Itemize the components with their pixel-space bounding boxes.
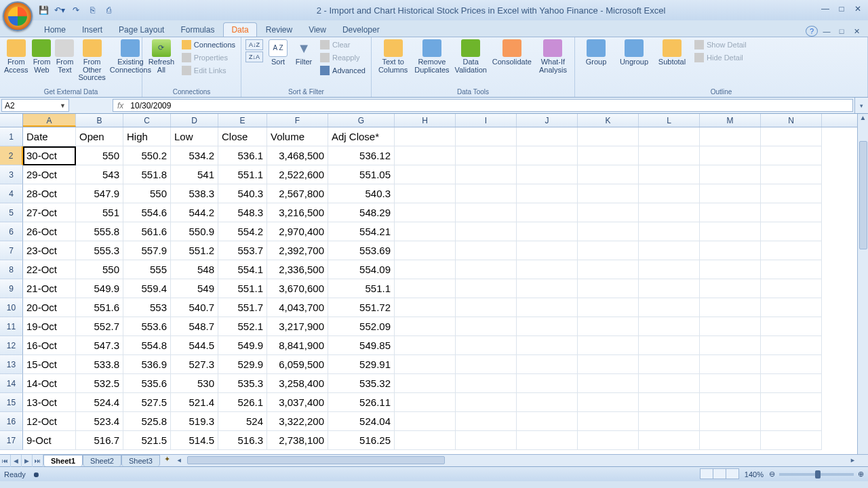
cell-J10[interactable] — [517, 298, 578, 317]
cell-K11[interactable] — [578, 317, 639, 336]
sheet-nav-first[interactable]: ⏮ — [0, 455, 11, 467]
cell-F9[interactable]: 3,670,600 — [267, 279, 328, 298]
vertical-scrollbar[interactable]: ▲ — [857, 114, 868, 454]
cell-K1[interactable] — [578, 127, 639, 146]
cell-K7[interactable] — [578, 241, 639, 260]
dt-data-validation-button[interactable]: Data Validation — [454, 39, 488, 74]
row-header-16[interactable]: 16 — [0, 412, 23, 431]
row-header-11[interactable]: 11 — [0, 317, 23, 336]
fx-icon[interactable]: fx — [113, 101, 127, 110]
cell-M12[interactable] — [700, 336, 761, 355]
row-header-2[interactable]: 2 — [0, 146, 23, 165]
cell-C11[interactable]: 553.6 — [123, 317, 171, 336]
cell-A15[interactable]: 13-Oct — [23, 393, 76, 412]
cell-E2[interactable]: 536.1 — [218, 146, 267, 165]
cell-M14[interactable] — [700, 374, 761, 393]
cell-G3[interactable]: 551.05 — [328, 165, 395, 184]
cell-I3[interactable] — [456, 165, 517, 184]
advanced-button[interactable]: Advanced — [319, 65, 367, 76]
cell-J16[interactable] — [517, 412, 578, 431]
cell-B9[interactable]: 549.9 — [76, 279, 123, 298]
column-header-F[interactable]: F — [267, 114, 328, 127]
cell-F3[interactable]: 2,522,600 — [267, 165, 328, 184]
cell-I9[interactable] — [456, 279, 517, 298]
cell-E15[interactable]: 526.1 — [218, 393, 267, 412]
cell-B17[interactable]: 516.7 — [76, 431, 123, 450]
cell-G17[interactable]: 516.25 — [328, 431, 395, 450]
cell-L13[interactable] — [639, 355, 700, 374]
cell-J1[interactable] — [517, 127, 578, 146]
dt-consolidate-button[interactable]: Consolidate — [492, 39, 532, 66]
cell-E3[interactable]: 551.1 — [218, 165, 267, 184]
cell-B4[interactable]: 547.9 — [76, 184, 123, 203]
cell-B12[interactable]: 547.3 — [76, 336, 123, 355]
cell-F7[interactable]: 2,392,700 — [267, 241, 328, 260]
column-header-C[interactable]: C — [123, 114, 171, 127]
column-header-H[interactable]: H — [395, 114, 456, 127]
cell-J9[interactable] — [517, 279, 578, 298]
workbook-close-button[interactable]: ✕ — [850, 26, 863, 37]
cell-B11[interactable]: 552.7 — [76, 317, 123, 336]
cell-F5[interactable]: 3,216,500 — [267, 203, 328, 222]
cell-N6[interactable] — [761, 222, 822, 241]
cell-H3[interactable] — [395, 165, 456, 184]
cell-F1[interactable]: Volume — [267, 127, 328, 146]
cell-A2[interactable]: 30-Oct — [23, 146, 76, 165]
cell-I4[interactable] — [456, 184, 517, 203]
cell-G6[interactable]: 554.21 — [328, 222, 395, 241]
row-header-10[interactable]: 10 — [0, 298, 23, 317]
cell-I10[interactable] — [456, 298, 517, 317]
cell-N17[interactable] — [761, 431, 822, 450]
cell-B10[interactable]: 551.6 — [76, 298, 123, 317]
cell-K12[interactable] — [578, 336, 639, 355]
cell-H2[interactable] — [395, 146, 456, 165]
close-button[interactable]: ✕ — [850, 3, 865, 15]
cell-K15[interactable] — [578, 393, 639, 412]
cell-M7[interactable] — [700, 241, 761, 260]
cell-J6[interactable] — [517, 222, 578, 241]
cell-H13[interactable] — [395, 355, 456, 374]
cell-H1[interactable] — [395, 127, 456, 146]
cell-B7[interactable]: 555.3 — [76, 241, 123, 260]
cell-C14[interactable]: 535.6 — [123, 374, 171, 393]
cell-M10[interactable] — [700, 298, 761, 317]
sheet-tab-sheet2[interactable]: Sheet2 — [83, 455, 121, 466]
row-header-5[interactable]: 5 — [0, 203, 23, 222]
row-header-3[interactable]: 3 — [0, 165, 23, 184]
cell-D1[interactable]: Low — [171, 127, 218, 146]
cell-N15[interactable] — [761, 393, 822, 412]
row-header-4[interactable]: 4 — [0, 184, 23, 203]
cell-E4[interactable]: 540.3 — [218, 184, 267, 203]
row-header-14[interactable]: 14 — [0, 374, 23, 393]
cell-N3[interactable] — [761, 165, 822, 184]
sheet-nav-last[interactable]: ⏭ — [33, 455, 43, 467]
cell-N4[interactable] — [761, 184, 822, 203]
cell-B1[interactable]: Open — [76, 127, 123, 146]
cell-F14[interactable]: 3,258,400 — [267, 374, 328, 393]
new-sheet-button[interactable]: ✦ — [160, 455, 175, 466]
cell-I17[interactable] — [456, 431, 517, 450]
cell-N8[interactable] — [761, 260, 822, 279]
tab-review[interactable]: Review — [258, 23, 300, 37]
cell-G9[interactable]: 551.1 — [328, 279, 395, 298]
row-header-15[interactable]: 15 — [0, 393, 23, 412]
cell-B13[interactable]: 533.8 — [76, 355, 123, 374]
cell-C3[interactable]: 551.8 — [123, 165, 171, 184]
cell-L8[interactable] — [639, 260, 700, 279]
ribbon-minimize-button[interactable]: — — [821, 26, 833, 37]
tab-developer[interactable]: Developer — [335, 23, 387, 37]
cell-G15[interactable]: 526.11 — [328, 393, 395, 412]
cell-F11[interactable]: 3,217,900 — [267, 317, 328, 336]
cell-M9[interactable] — [700, 279, 761, 298]
cell-E1[interactable]: Close — [218, 127, 267, 146]
column-header-E[interactable]: E — [218, 114, 267, 127]
cell-L7[interactable] — [639, 241, 700, 260]
cell-F13[interactable]: 6,059,500 — [267, 355, 328, 374]
row-header-1[interactable]: 1 — [0, 127, 23, 146]
cell-H9[interactable] — [395, 279, 456, 298]
cell-I12[interactable] — [456, 336, 517, 355]
cell-A1[interactable]: Date — [23, 127, 76, 146]
tab-formulas[interactable]: Formulas — [173, 23, 222, 37]
column-header-M[interactable]: M — [700, 114, 761, 127]
cell-B8[interactable]: 550 — [76, 260, 123, 279]
